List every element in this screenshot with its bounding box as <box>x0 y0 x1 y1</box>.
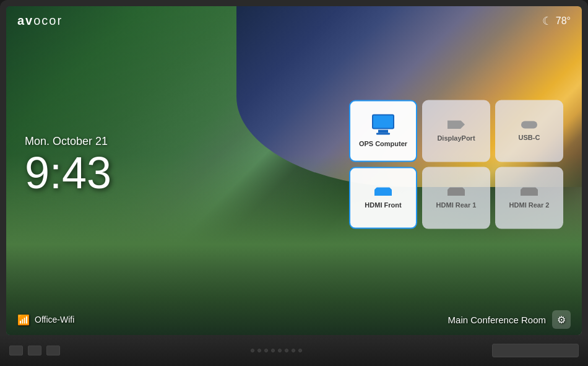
avocor-logo: avocor <box>17 14 63 28</box>
top-bar: avocor ☾ 78° <box>6 6 582 35</box>
datetime-display: Mon. October 21 9:43 <box>25 134 111 194</box>
source-tile-hdmi-front[interactable]: HDMI Front <box>349 167 417 229</box>
temperature: 78° <box>556 15 571 27</box>
bottom-bezel <box>0 335 588 366</box>
source-grid: OPS Computer DisplayPort USB-C HDMI Fron… <box>349 100 563 229</box>
bezel-button-3[interactable] <box>46 346 60 355</box>
wifi-name: Office-Wifi <box>35 315 74 325</box>
bezel-dot-5 <box>278 349 282 352</box>
hdmi-front-label: HDMI Front <box>365 201 401 208</box>
dp-icon <box>447 120 465 129</box>
source-tile-usbc[interactable]: USB-C <box>495 100 563 162</box>
source-tile-dp[interactable]: DisplayPort <box>422 100 490 162</box>
bottom-status-bar: 📶 Office-Wifi Main Conference Room ⚙ <box>6 304 582 335</box>
bezel-dot-4 <box>271 349 275 352</box>
usbc-icon <box>521 121 537 128</box>
source-tile-hdmi-rear-2[interactable]: HDMI Rear 2 <box>495 167 563 229</box>
bezel-button-2[interactable] <box>28 346 41 355</box>
bezel-left-controls <box>9 346 60 355</box>
weather-icon: ☾ <box>542 14 552 28</box>
room-name-display: Main Conference Room ⚙ <box>448 310 571 329</box>
time-display: 9:43 <box>25 150 111 194</box>
hdmi-rear1-icon <box>447 187 465 196</box>
bezel-dot-8 <box>298 349 302 352</box>
wifi-status: 📶 Office-Wifi <box>17 314 74 326</box>
date-display: Mon. October 21 <box>25 134 111 147</box>
wifi-icon: 📶 <box>17 314 30 326</box>
hdmi-front-icon <box>374 187 392 196</box>
room-name-text: Main Conference Room <box>448 315 546 325</box>
dp-label: DisplayPort <box>437 134 475 141</box>
outer-frame: avocor ☾ 78° Mon. October 21 9:43 OPS Co… <box>0 0 588 366</box>
bezel-dot-1 <box>251 349 254 352</box>
ops-icon <box>372 115 394 135</box>
weather-display: ☾ 78° <box>542 14 571 28</box>
bezel-dot-6 <box>285 349 288 352</box>
hdmi-rear1-label: HDMI Rear 1 <box>436 201 477 208</box>
bezel-button-1[interactable] <box>9 346 23 355</box>
ops-label: OPS Computer <box>359 140 407 147</box>
source-tile-hdmi-rear-1[interactable]: HDMI Rear 1 <box>422 167 490 229</box>
source-tile-ops[interactable]: OPS Computer <box>349 100 417 162</box>
bezel-center-dots <box>251 349 302 352</box>
usbc-label: USB-C <box>519 133 540 141</box>
hdmi-rear2-icon <box>521 187 538 196</box>
bezel-right-bar <box>492 344 579 357</box>
bezel-dot-2 <box>257 349 261 352</box>
bezel-dot-3 <box>264 349 268 352</box>
bezel-dot-7 <box>292 349 295 352</box>
hdmi-rear2-label: HDMI Rear 2 <box>509 201 550 208</box>
settings-button[interactable]: ⚙ <box>552 310 571 329</box>
screen: avocor ☾ 78° Mon. October 21 9:43 OPS Co… <box>6 6 582 335</box>
